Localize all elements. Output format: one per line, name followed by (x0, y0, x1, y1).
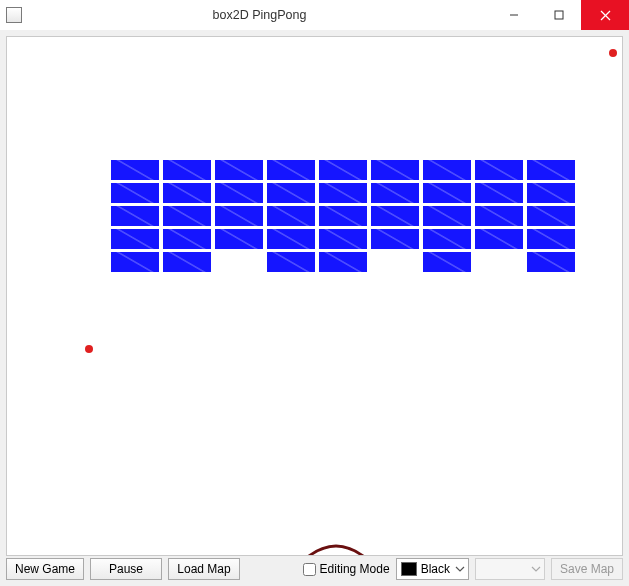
brick (163, 160, 211, 180)
editing-mode-input[interactable] (303, 563, 316, 576)
brick (371, 206, 419, 226)
brick (371, 160, 419, 180)
brick (319, 206, 367, 226)
brick (423, 229, 471, 249)
brick (475, 229, 523, 249)
brick (475, 160, 523, 180)
brick (319, 229, 367, 249)
brick (423, 183, 471, 203)
ball (609, 49, 617, 57)
brick (267, 229, 315, 249)
svg-rect-1 (555, 11, 563, 19)
pause-button[interactable]: Pause (90, 558, 162, 580)
editing-mode-label: Editing Mode (320, 562, 390, 576)
brick (163, 206, 211, 226)
brick (163, 252, 211, 272)
brick (267, 160, 315, 180)
titlebar: box2D PingPong (0, 0, 629, 31)
brick (163, 183, 211, 203)
brick (111, 183, 159, 203)
brick (527, 252, 575, 272)
brick (111, 160, 159, 180)
brick (319, 252, 367, 272)
editing-mode-checkbox[interactable]: Editing Mode (303, 562, 390, 576)
load-map-button[interactable]: Load Map (168, 558, 240, 580)
minimize-button[interactable] (491, 0, 536, 30)
color-combo-label: Black (421, 562, 450, 576)
chevron-down-icon (530, 563, 542, 575)
window-title: box2D PingPong (28, 0, 491, 30)
client-area: New Game Pause Load Map Editing Mode Bla… (0, 30, 629, 586)
brick (111, 229, 159, 249)
brick (423, 252, 471, 272)
brick (267, 183, 315, 203)
brick (319, 183, 367, 203)
brick (527, 183, 575, 203)
brick (111, 206, 159, 226)
brick (215, 206, 263, 226)
brick (163, 229, 211, 249)
app-icon (0, 0, 28, 30)
window-controls (491, 0, 629, 30)
brick (527, 206, 575, 226)
brick (423, 160, 471, 180)
color-swatch-icon (401, 562, 417, 576)
brick (371, 229, 419, 249)
brick (267, 252, 315, 272)
close-button[interactable] (581, 0, 629, 30)
paddle (288, 537, 384, 556)
brick (111, 252, 159, 272)
maximize-button[interactable] (536, 0, 581, 30)
brick (527, 160, 575, 180)
brick (215, 183, 263, 203)
chevron-down-icon (454, 563, 466, 575)
brick (215, 229, 263, 249)
brick (267, 206, 315, 226)
ball (85, 345, 93, 353)
brick (319, 160, 367, 180)
color-combo[interactable]: Black (396, 558, 469, 580)
brick (371, 183, 419, 203)
brick (475, 183, 523, 203)
game-canvas[interactable] (6, 36, 623, 556)
brick (527, 229, 575, 249)
toolbar: New Game Pause Load Map Editing Mode Bla… (6, 556, 623, 582)
brick (475, 206, 523, 226)
new-game-button[interactable]: New Game (6, 558, 84, 580)
brick (423, 206, 471, 226)
secondary-combo[interactable] (475, 558, 545, 580)
brick (215, 160, 263, 180)
save-map-button[interactable]: Save Map (551, 558, 623, 580)
